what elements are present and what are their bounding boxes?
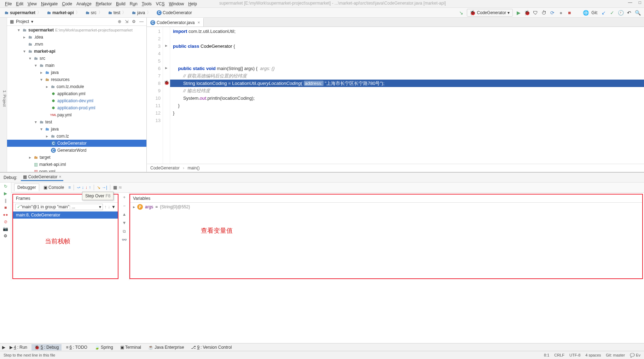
run-config-selector[interactable]: 🐞 CodeGenerator ▾ (467, 9, 513, 17)
console-tab[interactable]: ▣ Console (41, 184, 67, 191)
bottom-Spring[interactable]: 🍃Spring (92, 344, 116, 351)
code-editor[interactable]: 12345678910111213 ▸▸🐞 import com.lz.util… (147, 27, 644, 164)
build-icon[interactable]: ↘ (458, 10, 464, 16)
glasses-icon[interactable]: 👓 (122, 237, 127, 242)
debug-session-tab[interactable]: ▦ CodeGenerator × (21, 174, 64, 181)
profile-button[interactable]: ⏱ (541, 10, 547, 16)
resume-icon[interactable]: ▶ (4, 191, 7, 196)
events-icon[interactable]: 💬 Ev (630, 353, 640, 358)
close-icon[interactable]: × (197, 20, 200, 25)
git-revert-icon[interactable]: ↶ (626, 10, 632, 16)
minimize-button[interactable]: — (628, 0, 632, 5)
close-icon[interactable]: × (59, 174, 61, 179)
stop-icon[interactable]: ■ (4, 205, 7, 210)
bottom-Run[interactable]: ▶4: Run (7, 344, 30, 351)
menu-build[interactable]: Build (116, 1, 126, 6)
tree-application-dev.yml[interactable]: ⬢ application-dev.yml (7, 97, 146, 104)
crumb-src[interactable]: 🖿src〉 (84, 9, 105, 16)
tree-src[interactable]: ▾🖿 src (7, 55, 146, 62)
evaluate-icon[interactable]: ▦ (113, 185, 117, 190)
tree-com.lz.module[interactable]: ▸🖿 com.lz.module (7, 83, 146, 90)
tree-main[interactable]: ▾🖿 main (7, 62, 146, 69)
add-watch-icon[interactable]: + (123, 195, 126, 200)
debugger-tab[interactable]: Debugger (14, 184, 39, 191)
crumb-method[interactable]: main() (187, 166, 199, 170)
tree-GeneratorWord[interactable]: C GeneratorWord (7, 147, 146, 154)
ide-globe-icon[interactable]: 🌐 (583, 10, 588, 16)
drop-frame-icon[interactable]: ↘ (97, 185, 100, 190)
tree-market-api.iml[interactable]: ▥ market-api.iml (7, 161, 146, 168)
trace-icon[interactable]: ≋ (118, 185, 122, 190)
step-over-icon[interactable]: ⤻ (77, 185, 80, 190)
bottom-Terminal[interactable]: ▣Terminal (117, 344, 144, 351)
step-into-icon[interactable]: ↓ (82, 185, 84, 190)
step-out-icon[interactable]: ↑ (89, 185, 91, 190)
git-commit-icon[interactable]: ✓ (609, 10, 615, 16)
run-to-cursor-icon[interactable]: →| (102, 185, 107, 190)
menu-analyze[interactable]: Analyze (76, 1, 92, 6)
menu-refactor[interactable]: Refactor (96, 1, 112, 6)
tree-java[interactable]: ▾🖿 java (7, 126, 146, 133)
gear-icon[interactable]: ⚙ (132, 19, 136, 24)
menu-navigate[interactable]: Navigate (41, 1, 58, 6)
breakpoints-icon[interactable]: ●● (3, 212, 8, 217)
expand-icon[interactable]: ▸ (133, 204, 135, 209)
menu-code[interactable]: Code (62, 1, 72, 6)
tree-resources[interactable]: ▾🖿 resources (7, 76, 146, 83)
down-icon[interactable]: ▼ (122, 220, 127, 225)
tree-supermarket[interactable]: ▾🖿 supermarket E:\myWork\supermarket-pro… (7, 27, 146, 34)
pause-icon[interactable]: ‖ (5, 198, 7, 203)
menu-run[interactable]: Run (130, 1, 138, 6)
gutter-markers[interactable]: ▸▸🐞 (163, 27, 170, 164)
editor-breadcrumb[interactable]: CodeGenerator › main() (147, 164, 644, 172)
bottom-Debug[interactable]: 🐞5: Debug (31, 344, 62, 351)
menu-vcs[interactable]: VCS (156, 1, 165, 6)
debug-button[interactable]: 🐞 (524, 10, 530, 16)
tree-application-prod.yml[interactable]: ⬢ application-prod.yml (7, 104, 146, 111)
crumb-CodeGenerator[interactable]: CCodeGenerator (155, 10, 194, 16)
tree-application.yml[interactable]: ⬢ application.yml (7, 90, 146, 97)
mute-bp-icon[interactable]: ⊘ (4, 219, 7, 224)
tree-com.lz[interactable]: ▸🖿 com.lz (7, 133, 146, 140)
tree-java[interactable]: ▸🖿 java (7, 69, 146, 76)
settings-icon[interactable]: ⚙ (4, 233, 7, 238)
menu-edit[interactable]: Edit (16, 1, 23, 6)
editor-tab[interactable]: C CodeGenerator.java × (147, 18, 204, 27)
run-arrow-icon[interactable]: ▶ (2, 345, 5, 350)
tree-pay.yml[interactable]: YML pay.yml (7, 111, 146, 118)
code-content[interactable]: import com.lz.util.LocationUtil;public c… (170, 27, 644, 164)
tree-pom.xml[interactable]: ▥ pom.xml (7, 168, 146, 172)
breakpoint-icon[interactable]: 🐞 (164, 80, 169, 85)
git-update-icon[interactable]: ↙ (601, 10, 607, 16)
bottom-TODO[interactable]: ≡6: TODO (63, 344, 90, 351)
threads-icon[interactable]: ≡ (68, 185, 71, 190)
tree-market-api[interactable]: ▾🖿 market-api (7, 48, 146, 55)
left-tool-strip[interactable]: 1: Project (0, 18, 7, 172)
maximize-button[interactable]: □ (639, 0, 641, 5)
force-step-into-icon[interactable]: ↓ (85, 185, 87, 190)
chevron-down-icon[interactable]: ▾ (31, 19, 33, 24)
caret-pos[interactable]: 8:1 (544, 353, 549, 358)
run-button[interactable]: ▶ (516, 10, 521, 16)
thread-selector[interactable]: ✓ "main"@1 in group "main": ... ▾ (15, 204, 103, 210)
locate-icon[interactable]: ⊕ (118, 19, 121, 24)
stack-frame[interactable]: main:8, CodeGenerator (13, 212, 118, 219)
tree-target[interactable]: ▸🖿 target (7, 154, 146, 161)
variable-row[interactable]: ▸ P args = {String[0]@552} (130, 203, 642, 211)
encoding[interactable]: UTF-8 (569, 353, 580, 358)
bottom-Java Enterprise[interactable]: ☕Java Enterprise (145, 344, 187, 351)
crumb-supermarket[interactable]: 🖿supermarket〉 (3, 9, 44, 16)
expand-icon[interactable]: ⇲ (125, 19, 128, 24)
copy-icon[interactable]: ⧉ (123, 229, 126, 234)
menu-file[interactable]: File (5, 1, 12, 6)
indent[interactable]: 4 spaces (585, 353, 601, 358)
tree-test[interactable]: ▾🖿 test (7, 118, 146, 126)
line-sep[interactable]: CRLF (554, 353, 564, 358)
menu-help[interactable]: Help (188, 1, 197, 6)
git-branch[interactable]: Git: master (606, 353, 625, 358)
camera-icon[interactable]: 📷 (3, 226, 8, 231)
prev-frame-icon[interactable]: ↑ (104, 204, 106, 209)
tree-CodeGenerator[interactable]: C CodeGenerator (7, 140, 146, 147)
project-tree[interactable]: ▾🖿 supermarket E:\myWork\supermarket-pro… (7, 26, 146, 172)
hide-icon[interactable]: — (139, 19, 144, 24)
